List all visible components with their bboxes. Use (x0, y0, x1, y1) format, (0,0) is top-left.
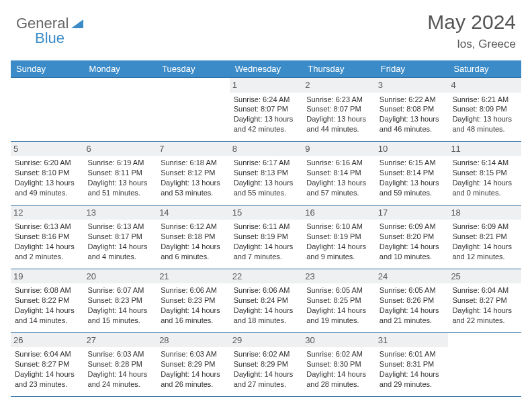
calendar-day-cell: 20Sunrise: 6:07 AMSunset: 8:23 PMDayligh… (84, 269, 157, 332)
day-number: 13 (84, 205, 157, 220)
calendar-day-cell: 9Sunrise: 6:16 AMSunset: 8:14 PMDaylight… (302, 141, 375, 205)
sunset-line: Sunset: 8:29 PM (234, 359, 299, 369)
sunrise-line: Sunrise: 6:02 AM (234, 349, 299, 359)
day-number: 15 (230, 205, 303, 220)
sunrise-line: Sunrise: 6:04 AM (15, 349, 80, 359)
sunset-line: Sunset: 8:12 PM (161, 168, 226, 178)
sunrise-line: Sunrise: 6:15 AM (380, 158, 445, 168)
calendar-day-cell: 2Sunrise: 6:23 AMSunset: 8:07 PMDaylight… (302, 78, 375, 142)
sunrise-line: Sunrise: 6:06 AM (234, 285, 299, 295)
sunset-line: Sunset: 8:08 PM (380, 104, 445, 114)
day-number: 25 (448, 269, 521, 284)
sunset-line: Sunset: 8:14 PM (306, 168, 371, 178)
calendar-day-cell: 24Sunrise: 6:05 AMSunset: 8:26 PMDayligh… (375, 269, 449, 332)
sunrise-line: Sunrise: 6:16 AM (306, 158, 371, 168)
sunrise-line: Sunrise: 6:08 AM (15, 285, 80, 295)
weekday-header-row: SundayMondayTuesdayWednesdayThursdayFrid… (11, 60, 521, 78)
sunset-line: Sunset: 8:16 PM (15, 232, 80, 242)
calendar-day-cell: . (84, 78, 157, 142)
calendar-day-cell: 12Sunrise: 6:13 AMSunset: 8:16 PMDayligh… (11, 205, 84, 269)
sunset-line: Sunset: 8:19 PM (306, 232, 371, 242)
daylight-line: Daylight: 14 hours and 27 minutes. (234, 369, 299, 390)
day-number: 5 (11, 142, 84, 156)
day-number: 31 (375, 333, 449, 348)
daylight-line: Daylight: 14 hours and 0 minutes. (452, 178, 517, 198)
daylight-line: Daylight: 14 hours and 12 minutes. (452, 242, 517, 262)
sunrise-line: Sunrise: 6:14 AM (452, 158, 517, 168)
sunrise-line: Sunrise: 6:01 AM (380, 349, 445, 359)
calendar-week-row: 19Sunrise: 6:08 AMSunset: 8:22 PMDayligh… (11, 269, 521, 332)
calendar-day-cell: 3Sunrise: 6:22 AMSunset: 8:08 PMDaylight… (375, 78, 449, 142)
day-number: 12 (11, 205, 84, 220)
sunrise-line: Sunrise: 6:05 AM (306, 285, 371, 295)
calendar-day-cell: 13Sunrise: 6:13 AMSunset: 8:17 PMDayligh… (84, 205, 157, 269)
calendar-body: ...1Sunrise: 6:24 AMSunset: 8:07 PMDayli… (11, 78, 521, 397)
day-number: 30 (302, 333, 375, 348)
daylight-line: Daylight: 14 hours and 29 minutes. (380, 369, 445, 390)
daylight-line: Daylight: 14 hours and 10 minutes. (380, 242, 445, 262)
sunset-line: Sunset: 8:07 PM (306, 104, 371, 114)
daylight-line: Daylight: 14 hours and 23 minutes. (15, 369, 80, 390)
weekday-header: Wednesday (230, 60, 303, 78)
sunset-line: Sunset: 8:14 PM (380, 168, 445, 178)
title-block: May 2024 Ios, Greece (427, 11, 516, 51)
day-number: 6 (84, 142, 157, 156)
calendar-day-cell: 15Sunrise: 6:11 AMSunset: 8:19 PMDayligh… (230, 205, 303, 269)
daylight-line: Daylight: 14 hours and 14 minutes. (15, 306, 80, 326)
calendar-week-row: 5Sunrise: 6:20 AMSunset: 8:10 PMDaylight… (11, 141, 521, 205)
daylight-line: Daylight: 14 hours and 16 minutes. (161, 306, 226, 326)
sunrise-line: Sunrise: 6:22 AM (380, 95, 445, 105)
day-number: 26 (11, 333, 84, 348)
calendar-day-cell: 8Sunrise: 6:17 AMSunset: 8:13 PMDaylight… (230, 141, 303, 205)
day-number: 19 (11, 269, 84, 284)
sunrise-line: Sunrise: 6:07 AM (88, 285, 153, 295)
calendar-day-cell: . (157, 78, 230, 142)
calendar-day-cell: 27Sunrise: 6:03 AMSunset: 8:28 PMDayligh… (84, 332, 157, 396)
daylight-line: Daylight: 13 hours and 51 minutes. (88, 178, 153, 198)
weekday-header: Friday (375, 60, 449, 78)
sunset-line: Sunset: 8:26 PM (380, 295, 445, 306)
day-number: 10 (375, 142, 449, 156)
page-title: May 2024 (427, 11, 516, 34)
sunrise-line: Sunrise: 6:24 AM (234, 95, 299, 105)
sunrise-line: Sunrise: 6:21 AM (452, 95, 517, 105)
sunset-line: Sunset: 8:21 PM (452, 232, 517, 242)
calendar-day-cell: 25Sunrise: 6:04 AMSunset: 8:27 PMDayligh… (448, 269, 521, 332)
sunset-line: Sunset: 8:27 PM (15, 359, 80, 369)
logo-triangle-icon (70, 19, 85, 30)
day-number: 1 (230, 78, 303, 93)
day-number: 20 (84, 269, 157, 284)
calendar-day-cell: 29Sunrise: 6:02 AMSunset: 8:29 PMDayligh… (230, 332, 303, 396)
calendar-day-cell: 7Sunrise: 6:18 AMSunset: 8:12 PMDaylight… (157, 141, 230, 205)
daylight-line: Daylight: 13 hours and 49 minutes. (15, 178, 80, 198)
weekday-header: Monday (84, 60, 157, 78)
calendar-week-row: ...1Sunrise: 6:24 AMSunset: 8:07 PMDayli… (11, 78, 521, 142)
sunset-line: Sunset: 8:15 PM (452, 168, 517, 178)
sunrise-line: Sunrise: 6:10 AM (306, 222, 371, 232)
daylight-line: Daylight: 13 hours and 55 minutes. (234, 178, 299, 198)
day-number: 24 (375, 269, 449, 284)
sunset-line: Sunset: 8:07 PM (234, 104, 299, 114)
sunrise-line: Sunrise: 6:11 AM (234, 222, 299, 232)
daylight-line: Daylight: 13 hours and 53 minutes. (161, 178, 226, 198)
calendar-week-row: 12Sunrise: 6:13 AMSunset: 8:16 PMDayligh… (11, 205, 521, 269)
sunset-line: Sunset: 8:23 PM (88, 295, 153, 306)
sunset-line: Sunset: 8:11 PM (88, 168, 153, 178)
daylight-line: Daylight: 14 hours and 28 minutes. (306, 369, 371, 390)
calendar-day-cell: 17Sunrise: 6:09 AMSunset: 8:20 PMDayligh… (375, 205, 449, 269)
daylight-line: Daylight: 14 hours and 18 minutes. (234, 306, 299, 326)
calendar-day-cell: 31Sunrise: 6:01 AMSunset: 8:31 PMDayligh… (375, 332, 449, 396)
day-number: 17 (375, 205, 449, 220)
day-number: 18 (448, 205, 521, 220)
daylight-line: Daylight: 14 hours and 15 minutes. (88, 306, 153, 326)
calendar-day-cell: 26Sunrise: 6:04 AMSunset: 8:27 PMDayligh… (11, 332, 84, 396)
day-number: 21 (157, 269, 230, 284)
day-number: 4 (448, 78, 521, 93)
calendar-day-cell: 10Sunrise: 6:15 AMSunset: 8:14 PMDayligh… (375, 141, 449, 205)
sunset-line: Sunset: 8:19 PM (234, 232, 299, 242)
calendar-day-cell: . (11, 78, 84, 142)
day-number: 14 (157, 205, 230, 220)
calendar-day-cell: 30Sunrise: 6:02 AMSunset: 8:30 PMDayligh… (302, 332, 375, 396)
daylight-line: Daylight: 14 hours and 21 minutes. (380, 306, 445, 326)
day-number: 7 (157, 142, 230, 156)
